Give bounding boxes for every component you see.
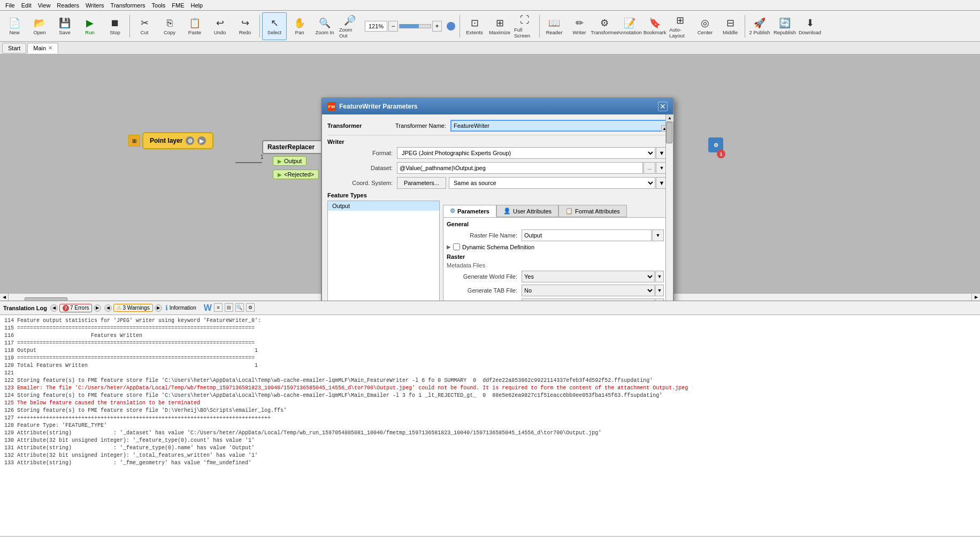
pan-button[interactable]: ✋ Pan (287, 12, 312, 40)
feature-type-output[interactable]: Output (328, 201, 439, 211)
coord-select[interactable]: Same as source (449, 177, 655, 189)
bookmark-button[interactable]: 🔖 Bookmark (642, 12, 667, 40)
dialog-scroll-up[interactable]: ▲ (666, 114, 673, 122)
zoom-out-button[interactable]: 🔎 Zoom Out (338, 12, 362, 40)
generate-tab-file-dropdown[interactable]: ▼ (655, 285, 664, 296)
run-label: Run (85, 29, 94, 35)
log-list-btn[interactable]: ≡ (214, 303, 223, 312)
log-warnings-next[interactable]: ▶ (155, 304, 162, 312)
write-exif-dropdown[interactable]: ▼ (655, 298, 664, 301)
raster-file-name-input[interactable] (522, 229, 652, 241)
middle-button[interactable]: ⊟ Middle (718, 12, 742, 40)
toolbar: 📄 New 📂 Open 💾 Save ▶ Run ⏹ Stop ✂ Cut ⎘… (0, 11, 980, 42)
coord-label: Coord. System: (327, 180, 397, 186)
log-filter-warnings[interactable]: ◀ ⚠ 3 Warnings ▶ (104, 304, 162, 312)
log-errors-badge[interactable]: 7 7 Errors (59, 304, 93, 312)
menu-help[interactable]: Help (188, 1, 206, 10)
log-search-btn[interactable]: 🔍 (235, 303, 244, 312)
raster-replacer-box[interactable]: RasterReplacer (262, 140, 326, 154)
log-warnings-badge[interactable]: ⚠ 3 Warnings (113, 304, 152, 312)
log-errors-next[interactable]: ▶ (94, 304, 101, 312)
redo-button[interactable]: ↪ Redo (233, 12, 257, 40)
paste-button[interactable]: 📋 Paste (182, 12, 207, 40)
dataset-browse-btn[interactable]: ... (644, 162, 655, 174)
menu-view[interactable]: View (35, 1, 54, 10)
auto-layout-button[interactable]: ⊞ Auto-Layout (668, 12, 692, 40)
menu-transformers[interactable]: Transformers (108, 1, 149, 10)
generate-tab-file-select[interactable]: No Yes (522, 285, 655, 296)
dynamic-schema-checkbox[interactable] (453, 243, 460, 250)
menu-writers[interactable]: Writers (82, 1, 108, 10)
log-filter-btn[interactable]: ⊟ (225, 303, 233, 312)
tab-user-attributes[interactable]: 👤 User Attributes (496, 205, 558, 217)
full-screen-button[interactable]: ⛶ Full Screen (512, 12, 537, 40)
menu-fme[interactable]: FME (169, 1, 187, 10)
maximize-button[interactable]: ⊞ Maximize (487, 12, 512, 40)
zoom-minus-button[interactable]: − (388, 21, 398, 32)
stop-button[interactable]: ⏹ Stop (103, 12, 127, 40)
point-layer-box[interactable]: Point layer ⚙ ▶ (142, 132, 213, 149)
cut-button[interactable]: ✂ Cut (132, 12, 157, 40)
menu-edit[interactable]: Edit (18, 1, 35, 10)
log-filter-information[interactable]: ℹ Information (165, 304, 196, 312)
log-settings-btn[interactable]: ⚙ (246, 303, 255, 312)
log-errors-prev[interactable]: ◀ (50, 304, 58, 312)
raster-file-name-dropdown[interactable]: ▼ (652, 229, 664, 241)
hscroll-thumb[interactable] (25, 297, 67, 301)
menu-tools[interactable]: Tools (149, 1, 169, 10)
zoom-in-button[interactable]: 🔍 Zoom In (312, 12, 337, 40)
tab-parameters[interactable]: ⚙ Parameters (443, 205, 496, 217)
download-button[interactable]: ⬇ Download (798, 12, 822, 40)
log-warnings-prev[interactable]: ◀ (104, 304, 112, 312)
annotation-button[interactable]: 📝 Annotation (617, 12, 642, 40)
copy-button[interactable]: ⎘ Copy (157, 12, 182, 40)
generate-world-file-dropdown[interactable]: ▼ (655, 271, 664, 282)
publish-button[interactable]: 🚀 2 Publish (747, 12, 772, 40)
undo-button[interactable]: ↩ Undo (208, 12, 232, 40)
hscroll-left[interactable]: ◀ (0, 294, 9, 301)
writer-button[interactable]: ✏ Writer (567, 12, 592, 40)
download-label: Download (799, 29, 821, 35)
dataset-input[interactable] (397, 162, 643, 174)
extents-button[interactable]: ⊡ Extents (462, 12, 487, 40)
log-line-116: 116 Features Written (4, 332, 976, 340)
generate-world-file-select[interactable]: Yes No (522, 271, 655, 282)
tab-start[interactable]: Start (2, 43, 26, 53)
write-exif-select[interactable]: Yes No (522, 298, 655, 301)
save-button[interactable]: 💾 Save (52, 12, 77, 40)
tab-format-attributes[interactable]: 📋 Format Attributes (558, 205, 627, 217)
open-button[interactable]: 📂 Open (27, 12, 52, 40)
transformer-button[interactable]: ⚙ Transformer (592, 12, 617, 40)
tab-main-close[interactable]: ✕ (48, 45, 52, 51)
dialog-close-button[interactable]: ✕ (658, 102, 668, 111)
center-button[interactable]: ◎ Center (693, 12, 717, 40)
menu-readers[interactable]: Readers (53, 1, 82, 10)
tab-main[interactable]: Main ✕ (27, 43, 58, 53)
republish-button[interactable]: 🔄 Republish (772, 12, 797, 40)
parameters-btn[interactable]: Parameters... (397, 177, 446, 189)
point-layer-gear[interactable]: ⚙ (186, 136, 194, 145)
log-filter-errors[interactable]: ◀ 7 7 Errors ▶ (50, 304, 102, 312)
transformer-name-input[interactable] (450, 120, 668, 132)
zoom-input[interactable] (365, 21, 387, 32)
menu-file[interactable]: File (2, 1, 18, 10)
log-fme-icon[interactable]: W (204, 303, 212, 313)
middle-icon: ⊟ (724, 17, 737, 29)
dialog-scroll-thumb[interactable] (666, 122, 672, 143)
point-layer-gear2[interactable]: ▶ (197, 136, 206, 145)
rejected-port[interactable]: ▶ <Rejected> (273, 170, 319, 179)
paste-label: Paste (188, 29, 201, 35)
raster-replacer-node[interactable]: RasterReplacer (262, 140, 326, 154)
output-box[interactable]: ▶ Output (273, 156, 307, 166)
format-select[interactable]: JPEG (Joint Photographic Experts Group) (397, 147, 655, 159)
select-button[interactable]: ↖ Select (262, 12, 287, 40)
reader-button[interactable]: 📖 Reader (542, 12, 566, 40)
point-layer-node[interactable]: ⊞ Point layer ⚙ ▶ (128, 132, 213, 149)
rejected-box[interactable]: ▶ <Rejected> (273, 170, 319, 179)
dynamic-schema-expand[interactable]: ▶ (447, 244, 451, 250)
zoom-plus-button[interactable]: + (432, 21, 442, 32)
hscroll-right[interactable]: ▶ (971, 294, 980, 301)
output-port[interactable]: ▶ Output (273, 156, 307, 166)
run-button[interactable]: ▶ Run (78, 12, 102, 40)
new-button[interactable]: 📄 New (2, 12, 27, 40)
